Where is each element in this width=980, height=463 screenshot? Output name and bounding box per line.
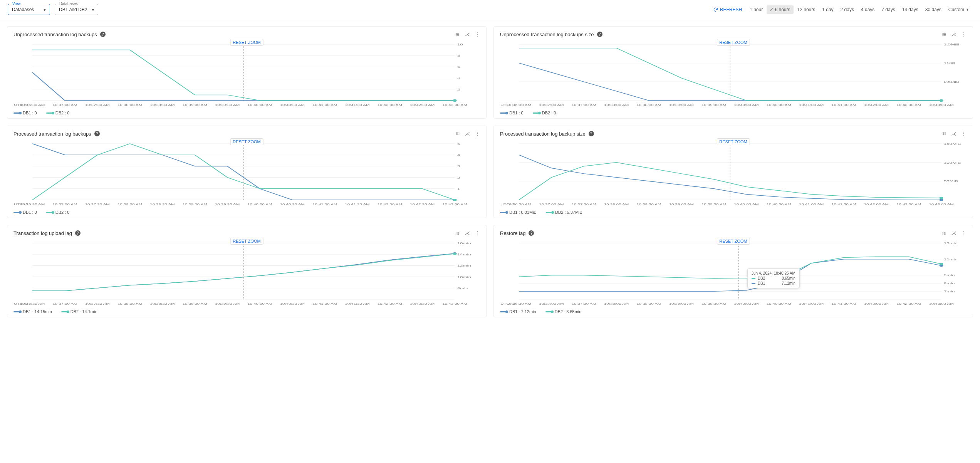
svg-text:10:39:30 AM: 10:39:30 AM	[701, 203, 726, 206]
reset-zoom-button[interactable]: RESET ZOOM	[230, 39, 263, 46]
time-chip-7-days[interactable]: 7 days	[878, 5, 898, 14]
split-icon[interactable]: ⋌	[951, 131, 957, 137]
more-icon[interactable]: ⋮	[961, 131, 967, 137]
legend-toggle-icon[interactable]: ≋	[942, 31, 946, 37]
legend-item-db1[interactable]: DB1 : 14.15min	[13, 309, 52, 314]
databases-select-label: Databases	[58, 2, 79, 6]
chart-area[interactable]: RESET ZOOM50MiB100MiB150MiBUTC+310:36:30…	[500, 138, 967, 208]
databases-select[interactable]: Databases DB1 and DB2 ▼	[55, 4, 98, 15]
legend-text: DB1 : 0	[509, 111, 524, 115]
reset-zoom-button[interactable]: RESET ZOOM	[230, 138, 263, 145]
more-icon[interactable]: ⋮	[961, 31, 967, 37]
svg-text:10: 10	[457, 43, 463, 46]
reset-zoom-button[interactable]: RESET ZOOM	[717, 39, 750, 46]
split-icon[interactable]: ⋌	[951, 31, 957, 37]
svg-text:10:42:30 AM: 10:42:30 AM	[896, 103, 921, 106]
legend-toggle-icon[interactable]: ≋	[455, 131, 460, 137]
legend-item-db1[interactable]: DB1 : 0	[13, 111, 37, 115]
legend-toggle-icon[interactable]: ≋	[942, 131, 946, 137]
split-icon[interactable]: ⋌	[465, 131, 470, 137]
time-chip-12-hours[interactable]: 12 hours	[794, 5, 819, 14]
time-chip-2-days[interactable]: 2 days	[837, 5, 857, 14]
svg-text:10:38:00 AM: 10:38:00 AM	[604, 203, 629, 206]
time-chip-6-hours[interactable]: 6 hours	[767, 5, 793, 14]
svg-text:1.5MiB: 1.5MiB	[944, 43, 960, 46]
chart-area[interactable]: RESET ZOOM0.5MiB1MiB1.5MiBUTC+310:36:30 …	[500, 39, 967, 108]
refresh-button[interactable]: REFRESH	[709, 5, 746, 14]
legend-item-db1[interactable]: DB1 : 0	[500, 111, 524, 115]
chart-legend: DB1 : 0.01MiB DB2 : 5.37MiB	[500, 210, 967, 215]
card-title-wrap: Processed transaction log backups ?	[13, 131, 100, 137]
card-title-wrap: Transaction log upload lag ?	[13, 230, 81, 236]
more-icon[interactable]: ⋮	[961, 230, 967, 236]
svg-text:10:37:30 AM: 10:37:30 AM	[572, 203, 596, 206]
chart-title: Unprocessed transaction log backups	[13, 32, 97, 37]
legend-item-db2[interactable]: DB2 : 0	[46, 210, 70, 215]
more-icon[interactable]: ⋮	[475, 131, 480, 137]
split-icon[interactable]: ⋌	[951, 230, 957, 236]
svg-text:10:40:00 AM: 10:40:00 AM	[247, 302, 272, 305]
more-icon[interactable]: ⋮	[475, 230, 480, 236]
legend-item-db1[interactable]: DB1 : 7.12min	[500, 309, 536, 314]
svg-text:10:39:00 AM: 10:39:00 AM	[669, 302, 694, 305]
time-chip-4-days[interactable]: 4 days	[858, 5, 878, 14]
view-select-value: Databases	[12, 7, 34, 12]
svg-text:10:40:30 AM: 10:40:30 AM	[767, 103, 791, 106]
legend-item-db2[interactable]: DB2 : 8.65min	[545, 309, 582, 314]
legend-toggle-icon[interactable]: ≋	[942, 230, 946, 236]
svg-text:10:38:30 AM: 10:38:30 AM	[150, 302, 175, 305]
legend-item-db2[interactable]: DB2 : 0	[533, 111, 556, 115]
time-chip-14-days[interactable]: 14 days	[899, 5, 921, 14]
svg-point-28	[453, 99, 457, 102]
svg-text:10:39:30 AM: 10:39:30 AM	[701, 103, 726, 106]
svg-text:10:41:30 AM: 10:41:30 AM	[831, 302, 856, 305]
svg-text:10:38:00 AM: 10:38:00 AM	[117, 302, 142, 305]
svg-point-107	[940, 197, 943, 199]
svg-text:4: 4	[457, 76, 460, 80]
chart-area[interactable]: RESET ZOOM12345UTC+310:36:30 AM10:37:00 …	[13, 138, 480, 208]
legend-text: DB2 : 0	[542, 111, 556, 115]
time-chip-custom[interactable]: Custom▼	[945, 5, 972, 14]
chart-area[interactable]: RESET ZOOM8min10min12min14min16minUTC+31…	[13, 238, 480, 307]
legend-text: DB1 : 0.01MiB	[509, 210, 537, 215]
legend-toggle-icon[interactable]: ≋	[455, 230, 460, 236]
time-chip-1-day[interactable]: 1 day	[819, 5, 836, 14]
reset-zoom-button[interactable]: RESET ZOOM	[717, 138, 750, 145]
help-icon[interactable]: ?	[597, 32, 602, 37]
chart-legend: DB1 : 7.12min DB2 : 8.65min	[500, 309, 967, 314]
chart-area[interactable]: RESET ZOOM246810UTC+310:36:30 AM10:37:00…	[13, 39, 480, 108]
svg-text:10:37:00 AM: 10:37:00 AM	[539, 203, 564, 206]
reset-zoom-button[interactable]: RESET ZOOM	[230, 238, 263, 245]
legend-item-db2[interactable]: DB2 : 5.37MiB	[546, 210, 582, 215]
reset-zoom-button[interactable]: RESET ZOOM	[717, 238, 750, 245]
svg-text:10:39:30 AM: 10:39:30 AM	[215, 302, 240, 305]
svg-text:8: 8	[457, 54, 460, 57]
legend-item-db1[interactable]: DB1 : 0.01MiB	[500, 210, 537, 215]
legend-item-db1[interactable]: DB1 : 0	[13, 210, 37, 215]
help-icon[interactable]: ?	[589, 131, 594, 136]
svg-point-136	[453, 253, 457, 255]
legend-toggle-icon[interactable]: ≋	[455, 31, 460, 37]
svg-text:10:41:30 AM: 10:41:30 AM	[345, 103, 369, 106]
more-icon[interactable]: ⋮	[475, 31, 480, 37]
svg-text:4: 4	[457, 153, 460, 157]
chart-area[interactable]: RESET ZOOM7min8min9min11min13minUTC+310:…	[500, 238, 967, 307]
svg-text:5: 5	[457, 142, 460, 146]
time-chip-30-days[interactable]: 30 days	[922, 5, 945, 14]
card-actions: ≋ ⋌ ⋮	[942, 31, 967, 37]
series-db2	[519, 257, 941, 279]
split-icon[interactable]: ⋌	[465, 31, 470, 37]
help-icon[interactable]: ?	[75, 230, 81, 236]
view-select[interactable]: View Databases ▼	[8, 4, 50, 15]
svg-text:2: 2	[457, 176, 460, 179]
svg-text:10:41:30 AM: 10:41:30 AM	[345, 203, 369, 206]
svg-text:10:40:00 AM: 10:40:00 AM	[247, 103, 272, 106]
legend-item-db2[interactable]: DB2 : 0	[46, 111, 70, 115]
help-icon[interactable]: ?	[529, 230, 534, 236]
time-chip-1-hour[interactable]: 1 hour	[747, 5, 766, 14]
help-icon[interactable]: ?	[100, 32, 106, 37]
card-title-wrap: Unprocessed transaction log backups ?	[13, 32, 106, 37]
help-icon[interactable]: ?	[94, 131, 100, 136]
legend-item-db2[interactable]: DB2 : 14.1min	[61, 309, 97, 314]
split-icon[interactable]: ⋌	[465, 230, 470, 236]
